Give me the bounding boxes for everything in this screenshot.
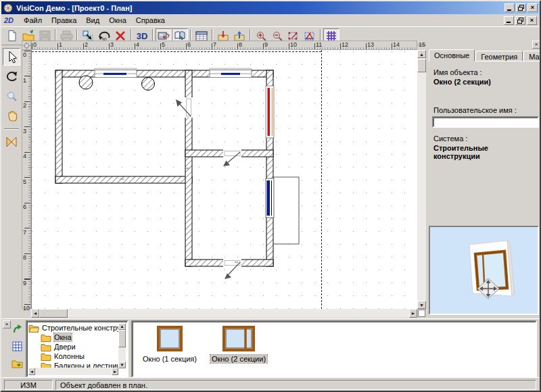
vscroll-thumb[interactable]: [417, 59, 426, 72]
tree-scroll-right[interactable]: ►: [112, 368, 118, 375]
new-document-button[interactable]: [4, 28, 20, 43]
column-2[interactable]: [142, 78, 155, 91]
walls[interactable]: [55, 70, 273, 266]
window-selected-red[interactable]: [266, 86, 274, 138]
menu-windows[interactable]: Окна: [104, 15, 131, 26]
tree-vscroll-thumb[interactable]: [118, 330, 126, 347]
scroll-right-button[interactable]: ►: [409, 309, 417, 318]
magnifier-icon: [6, 91, 18, 102]
h-ruler-number: 6: [187, 41, 191, 48]
window-tool-button[interactable]: [3, 133, 20, 151]
origin-icon: [23, 42, 30, 49]
select-tool-button[interactable]: [3, 48, 20, 66]
mdi-close-button[interactable]: ×: [527, 16, 537, 25]
canvas-hscrollbar[interactable]: ◄ ►: [31, 309, 417, 318]
menu-view[interactable]: Вид: [81, 15, 104, 26]
mdi-window-controls: ×: [502, 16, 537, 25]
tree-root[interactable]: Строительные конструкции: [28, 323, 119, 333]
window-title: VisiCon Демо - [Проект0 - План]: [16, 4, 503, 12]
wall-marks: [57, 120, 238, 263]
h-ruler-number: 10: [290, 41, 297, 48]
v-ruler-number: 7: [23, 229, 26, 236]
tab-materials[interactable]: Материалы: [523, 51, 541, 62]
h-ruler-number: 8: [239, 41, 242, 48]
tree-vscrollbar[interactable]: ▲ ▼: [118, 323, 126, 368]
scroll-down-button[interactable]: ▼: [417, 301, 426, 309]
save-icon: [39, 30, 51, 42]
window-bottom-right[interactable]: [266, 178, 274, 218]
close-button[interactable]: ×: [527, 3, 538, 12]
window-top-right-room[interactable]: [210, 68, 252, 78]
tree-scroll-left[interactable]: ◄: [28, 368, 35, 375]
tree-scroll-up[interactable]: ▲: [118, 323, 126, 330]
window-3d-preview-image: [430, 227, 538, 314]
scroll-left-button[interactable]: ◄: [31, 309, 39, 318]
new-document-icon: [6, 30, 18, 42]
mdi-minimize-button[interactable]: [504, 16, 514, 25]
folder-icon: [41, 333, 51, 342]
library-item-window-1[interactable]: Окно (1 секция): [139, 326, 200, 363]
menu-help[interactable]: Справка: [131, 15, 170, 26]
zoom-extents-icon: [304, 30, 316, 42]
h-ruler-number: 15: [419, 41, 425, 48]
object-3d-preview[interactable]: [429, 226, 539, 315]
column-1[interactable]: [79, 76, 93, 89]
tree-item-windows[interactable]: Окна: [28, 333, 119, 342]
rotate-tool-button[interactable]: [3, 68, 20, 85]
scroll-corner-box: [418, 310, 425, 317]
floor-plan-drawing: [32, 50, 417, 309]
title-bar: VisiCon Демо - [Проект0 - План] ×: [1, 1, 540, 14]
pan-tool-button[interactable]: [3, 107, 20, 124]
menu-file[interactable]: Файл: [19, 15, 47, 26]
rotate-arrow-icon: [5, 70, 18, 82]
h-ruler-number: 9: [264, 41, 268, 48]
tool-palette: [1, 45, 22, 314]
tree-scroll-down[interactable]: ▼: [118, 362, 126, 368]
open-folder-icon: [28, 324, 39, 333]
h-ruler-number: 0: [33, 41, 37, 48]
tab-panel-main: Имя объекта : Окно (2 секции) Пользовате…: [428, 61, 541, 223]
tree-hscrollbar[interactable]: ◄ ►: [28, 368, 118, 375]
hscroll-thumb[interactable]: [39, 309, 68, 318]
v-ruler-number: 3: [23, 128, 26, 134]
h-ruler-number: 11: [316, 41, 322, 48]
object-name-value: Окно (2 секции): [433, 78, 536, 86]
green-up-arrow-icon: [11, 323, 22, 334]
panel-close-button[interactable]: ×: [532, 41, 540, 49]
menu-edit[interactable]: Правка: [47, 15, 81, 26]
tab-main[interactable]: Основные: [429, 49, 475, 62]
scroll-up-button[interactable]: ▲: [417, 50, 426, 58]
2d-mode-icon: 2D: [4, 16, 14, 24]
library-open-folder-button[interactable]: [10, 357, 24, 370]
restore-button[interactable]: [516, 3, 526, 12]
zoom-tool-button[interactable]: [3, 87, 20, 105]
minimize-button[interactable]: [504, 3, 515, 12]
plan-canvas[interactable]: [31, 50, 417, 309]
plan-view-icon: [158, 31, 170, 41]
v-ruler-number: 4: [23, 153, 26, 160]
v-ruler-number: 10: [23, 305, 30, 312]
door-bottom-wall[interactable]: [223, 259, 241, 279]
mdi-restore-button[interactable]: [515, 16, 525, 25]
v-ruler-number: 2: [23, 102, 26, 109]
library-panel: × Строительные конструкции: [1, 318, 540, 378]
window-left-room[interactable]: [95, 68, 137, 78]
status-mode: ИЗМ: [4, 380, 53, 390]
select-arrow-icon: [5, 50, 18, 64]
canvas-vscrollbar[interactable]: ▲ ▼: [417, 50, 426, 309]
library-item-window-2[interactable]: Окно (2 секции): [208, 326, 269, 363]
library-up-button[interactable]: [10, 322, 24, 335]
library-view-mode-button[interactable]: [10, 339, 24, 353]
door-mid-horizontal-wall[interactable]: [223, 149, 241, 166]
ruler-origin-box[interactable]: [22, 41, 31, 50]
tree-item-columns[interactable]: Колонны: [28, 351, 119, 361]
object-name-label: Имя объекта :: [433, 68, 536, 76]
3d-view-icon: 3D: [137, 31, 148, 41]
h-ruler-number: 5: [162, 41, 165, 48]
door-middle-wall[interactable]: [176, 97, 193, 118]
tree-item-doors[interactable]: Двери: [28, 342, 119, 351]
menu-bar: 2D Файл Правка Вид Окна Справка ×: [1, 14, 540, 27]
user-name-input[interactable]: [432, 116, 539, 128]
folder-icon: [41, 352, 51, 361]
tab-geometry[interactable]: Геометрия: [475, 51, 523, 62]
